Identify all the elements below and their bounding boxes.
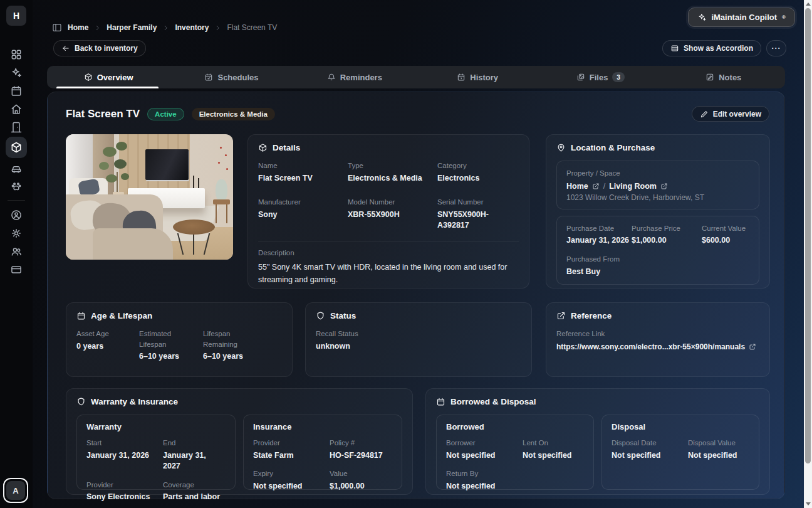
- scroll-down-arrow[interactable]: [806, 502, 811, 505]
- ellipsis-icon: ···: [772, 44, 781, 53]
- field-insurance-policy: Policy #HO-SF-294817: [330, 438, 392, 461]
- bell-icon: [327, 73, 336, 82]
- car-icon: [10, 162, 23, 174]
- sidebar-item-home[interactable]: [0, 100, 33, 118]
- back-to-inventory-button[interactable]: Back to inventory: [53, 40, 146, 56]
- field-lent-on: Lent OnNot specified: [523, 438, 584, 461]
- tab-history[interactable]: History: [416, 66, 539, 88]
- property-space-subcard: Property / Space Home / Living Room 1023…: [556, 161, 759, 209]
- more-options-button[interactable]: ···: [766, 40, 786, 56]
- field-insurance-expiry: ExpiryNot specified: [253, 468, 330, 492]
- show-as-accordion-button[interactable]: Show as Accordion: [662, 40, 761, 56]
- field-serial-number: Serial NumberSNY55X900H-A392817: [437, 197, 519, 231]
- scrollbar-thumb[interactable]: [805, 8, 811, 463]
- space-link[interactable]: Living Room: [609, 182, 657, 191]
- calendar-icon: [76, 311, 86, 320]
- shield-icon: [76, 397, 86, 406]
- sidebar-item-account[interactable]: [0, 206, 33, 224]
- accordion-rows-icon: [670, 44, 679, 53]
- credit-card-icon: [10, 263, 23, 276]
- breadcrumb-current: Flat Screen TV: [227, 23, 277, 32]
- borrowed-subcard: Borrowed BorrowerNot specified Lent OnNo…: [436, 415, 594, 490]
- sidebar-item-members[interactable]: [0, 242, 33, 260]
- photo-plant-foliage: [106, 174, 117, 183]
- pencil-icon: [700, 110, 709, 119]
- field-category: CategoryElectronics: [437, 161, 519, 184]
- borrowed-disposal-card: Borrowed & Disposal Borrowed BorrowerNot…: [425, 388, 770, 495]
- sidebar-item-pets[interactable]: [0, 177, 33, 195]
- field-return-by: Return ByNot specified: [446, 468, 523, 492]
- photo-berries: [220, 147, 222, 149]
- sidebar-item-vehicles[interactable]: [0, 159, 33, 177]
- back-button-label: Back to inventory: [75, 44, 138, 53]
- app-logo[interactable]: H: [6, 6, 26, 26]
- sidebar-item-dashboard[interactable]: [0, 45, 33, 63]
- property-link[interactable]: Home: [566, 182, 588, 191]
- photo-stool-leg: [216, 203, 217, 223]
- tab-schedules[interactable]: Schedules: [170, 66, 293, 88]
- field-lifespan-remaining: Lifespan Remaining6–10 years: [203, 329, 282, 362]
- card-title: Reference: [571, 311, 612, 320]
- scrollbar: [804, 0, 812, 508]
- sidebar-item-inventory[interactable]: [0, 136, 33, 159]
- photo-stool-leg: [226, 203, 227, 223]
- field-purchase-price: Purchase Price$1,000.00: [632, 223, 702, 246]
- app-sidebar: H A: [0, 0, 33, 508]
- sparkles-icon: [10, 66, 23, 79]
- sidebar-toggle-icon[interactable]: [52, 23, 62, 33]
- photo-tv: [145, 149, 189, 180]
- breadcrumb-home[interactable]: Home: [68, 23, 88, 32]
- files-icon: [576, 73, 585, 82]
- sidebar-item-rooms[interactable]: [0, 118, 33, 136]
- user-circle-icon: [10, 209, 23, 221]
- calendar-clock-icon: [457, 73, 466, 82]
- card-title: Borrowed & Disposal: [450, 397, 536, 406]
- card-title: Location & Purchase: [571, 143, 655, 152]
- field-insurance-value: Value$1,000.00: [330, 468, 392, 492]
- user-avatar-button[interactable]: A: [3, 478, 28, 503]
- sidebar-item-settings[interactable]: [0, 224, 33, 242]
- breadcrumb-family[interactable]: Harper Family: [107, 23, 157, 32]
- sidebar-item-calendar[interactable]: [0, 82, 33, 100]
- scroll-up-arrow[interactable]: [806, 3, 811, 6]
- tab-label: History: [470, 73, 498, 82]
- chevron-right-icon: [214, 24, 221, 31]
- field-estimated-lifespan: Estimated Lifespan6–10 years: [139, 329, 203, 362]
- path-separator: /: [603, 182, 605, 191]
- shield-icon: [316, 311, 325, 320]
- chevron-right-icon: [94, 24, 101, 31]
- tab-notes[interactable]: Notes: [662, 66, 785, 88]
- external-link-icon[interactable]: [660, 183, 668, 190]
- overview-panel: Flat Screen TV Active Electronics & Medi…: [47, 92, 785, 499]
- field-model-number: Model NumberXBR-55X900H: [348, 197, 437, 231]
- card-title: Details: [273, 143, 300, 152]
- external-link-icon[interactable]: [749, 343, 756, 351]
- tab-label: Reminders: [340, 73, 382, 82]
- status-card: Status Recall Status unknown: [305, 302, 532, 377]
- tab-label: Overview: [97, 73, 133, 82]
- location-purchase-card: Location & Purchase Property / Space Hom…: [546, 134, 770, 288]
- card-title: Age & Lifespan: [91, 311, 152, 320]
- warranty-insurance-card: Warranty & Insurance Warranty StartJanua…: [66, 388, 413, 495]
- tab-overview[interactable]: Overview: [47, 66, 170, 88]
- breadcrumb-inventory[interactable]: Inventory: [175, 23, 209, 32]
- warranty-subcard: Warranty StartJanuary 31, 2026 EndJanuar…: [76, 415, 236, 490]
- tab-label: Schedules: [217, 73, 258, 82]
- arrow-left-icon: [61, 44, 70, 53]
- field-type: TypeElectronics & Media: [348, 161, 437, 184]
- tab-reminders[interactable]: Reminders: [293, 66, 416, 88]
- item-photo[interactable]: [66, 134, 233, 260]
- edit-overview-button[interactable]: Edit overview: [692, 106, 769, 122]
- photo-plant-foliage: [103, 147, 117, 157]
- sidebar-item-copilot[interactable]: [0, 63, 33, 82]
- dashboard-grid-icon: [10, 48, 23, 61]
- accordion-button-label: Show as Accordion: [684, 44, 753, 53]
- tab-files[interactable]: Files 3: [539, 66, 662, 88]
- reference-link[interactable]: https://www.sony.com/electro...xbr-55×90…: [556, 342, 745, 351]
- copilot-button[interactable]: iMaintain Copilot®: [688, 8, 795, 27]
- photo-vase: [216, 179, 227, 201]
- external-link-icon[interactable]: [592, 183, 600, 190]
- sidebar-item-billing[interactable]: [0, 260, 33, 278]
- field-reference-link: Reference Link https://www.sony.com/elec…: [556, 329, 759, 351]
- box-icon: [258, 143, 268, 152]
